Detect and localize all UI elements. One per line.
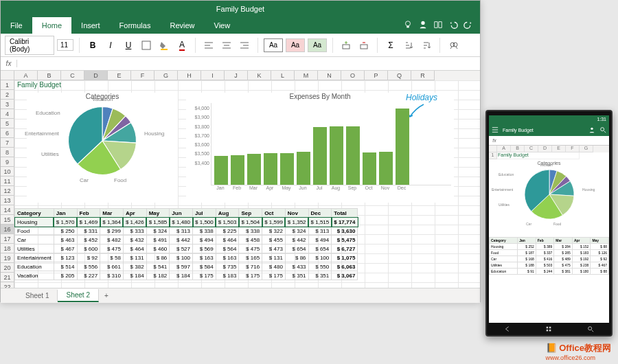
fill-color-button[interactable] — [157, 38, 172, 53]
phone-search-nav-icon[interactable] — [587, 323, 594, 335]
phone-cell-a1[interactable]: Family Budget — [497, 152, 580, 159]
cell-a1[interactable]: Family Budget — [16, 80, 62, 90]
row-header-12[interactable]: 12 — [1, 186, 14, 196]
row-header-20[interactable]: 20 — [1, 263, 14, 273]
select-all-corner[interactable] — [1, 71, 14, 80]
row-header-17[interactable]: 17 — [1, 234, 14, 244]
tab-review[interactable]: Review — [160, 17, 204, 34]
phone-pie-chart[interactable]: Vacation Education Entertainment Utiliti… — [492, 167, 606, 236]
table-header[interactable]: Total — [332, 209, 358, 218]
pie-chart[interactable]: Categories Vacation Education Entertainm… — [27, 93, 178, 203]
row-header-13[interactable]: 13 — [1, 196, 14, 205]
table-header[interactable]: Mar — [100, 209, 124, 218]
table-header[interactable]: Oct — [262, 209, 286, 218]
hamburger-icon[interactable] — [492, 126, 499, 134]
col-header-M[interactable]: M — [295, 71, 318, 80]
table-header[interactable]: Sep — [239, 209, 262, 218]
table-header[interactable]: Jan — [54, 209, 77, 218]
table-row[interactable]: Car$ 463$ 452$ 482$ 432$ 491$ 442$ 494$ … — [15, 236, 358, 244]
cell-style-2[interactable]: Aa — [286, 38, 305, 52]
col-header-H[interactable]: H — [178, 71, 201, 80]
row-header-1[interactable]: 1 — [1, 80, 14, 90]
align-left-button[interactable] — [201, 38, 216, 53]
sheet[interactable]: 12345678910111213141516171819202122 Fami… — [1, 80, 480, 288]
col-header-C[interactable]: C — [61, 71, 84, 80]
table-row[interactable]: Entertainment$ 123$ 92$ 58$ 131$ 86$ 100… — [15, 253, 358, 262]
table-header[interactable]: Category — [15, 209, 54, 218]
tab-insert[interactable]: Insert — [71, 17, 110, 34]
tab-view[interactable]: View — [205, 17, 240, 34]
col-header-K[interactable]: K — [248, 71, 271, 80]
table-header[interactable]: Aug — [216, 209, 239, 218]
table-row[interactable]: Education$ 514$ 556$ 661$ 382$ 541$ 597$… — [15, 262, 358, 271]
row-header-15[interactable]: 15 — [1, 215, 14, 225]
row-header-7[interactable]: 7 — [1, 138, 14, 148]
border-button[interactable] — [139, 38, 154, 53]
col-header-A[interactable]: A — [14, 71, 38, 80]
row-header-16[interactable]: 16 — [1, 225, 14, 234]
table-header[interactable]: May — [146, 209, 170, 218]
font-name-select[interactable]: Calibri (Body) — [5, 36, 54, 55]
lightbulb-icon[interactable] — [403, 20, 413, 31]
col-header-F[interactable]: F — [131, 71, 154, 80]
row-header-9[interactable]: 9 — [1, 157, 14, 167]
table-header[interactable]: Feb — [77, 209, 100, 218]
row-header-11[interactable]: 11 — [1, 177, 14, 186]
phone-table[interactable]: CategoryJanFebMarAprMayHousing$ 252$ 389… — [489, 237, 609, 275]
col-header-D[interactable]: D — [84, 71, 108, 80]
tab-home[interactable]: Home — [32, 17, 71, 34]
row-header-19[interactable]: 19 — [1, 253, 14, 263]
row-header-8[interactable]: 8 — [1, 148, 14, 157]
col-header-L[interactable]: L — [271, 71, 295, 80]
phone-share-icon[interactable] — [588, 126, 595, 134]
table-header[interactable]: Apr — [123, 209, 146, 218]
row-header-21[interactable]: 21 — [1, 273, 14, 282]
add-sheet-button[interactable]: + — [99, 292, 114, 299]
tab-file[interactable]: File — [1, 17, 32, 34]
sheet-tab-2[interactable]: Sheet 2 — [58, 289, 98, 302]
share-icon[interactable] — [418, 20, 428, 31]
sheet-tab-1[interactable]: Sheet 1 — [17, 290, 58, 302]
table-header[interactable]: Nov — [285, 209, 308, 218]
row-header-6[interactable]: 6 — [1, 128, 14, 138]
col-header-O[interactable]: O — [341, 71, 365, 80]
reading-icon[interactable] — [433, 20, 443, 31]
col-header-B[interactable]: B — [38, 71, 61, 80]
row-header-3[interactable]: 3 — [1, 100, 14, 109]
font-color-button[interactable]: A — [174, 38, 190, 53]
font-size-select[interactable]: 11 — [57, 39, 73, 51]
cell-style-3[interactable]: Aa — [308, 38, 327, 52]
table-header[interactable]: Jul — [193, 209, 216, 218]
table-row[interactable]: Food$ 250$ 331$ 299$ 333$ 324$ 313$ 338$… — [15, 227, 358, 236]
phone-home-icon[interactable] — [545, 323, 552, 335]
cell-style-1[interactable]: Aa — [264, 38, 283, 52]
bold-button[interactable]: B — [85, 38, 100, 53]
phone-formula-bar[interactable]: fx — [489, 136, 609, 146]
row-header-10[interactable]: 10 — [1, 167, 14, 177]
phone-back-icon[interactable] — [504, 323, 511, 335]
budget-table[interactable]: CategoryJanFebMarAprMayJunJulAugSepOctNo… — [14, 208, 358, 280]
row-header-4[interactable]: 4 — [1, 109, 14, 119]
bar-chart[interactable]: Expenses By Month Holidays JanFebMarAprM… — [186, 93, 454, 203]
delete-cells-button[interactable] — [356, 38, 371, 53]
italic-button[interactable]: I — [103, 38, 118, 53]
table-row[interactable]: Vacation$ 205$ 227$ 310$ 184$ 182$ 184$ … — [15, 271, 358, 280]
col-header-Q[interactable]: Q — [388, 71, 411, 80]
sort-asc-button[interactable] — [401, 38, 416, 53]
col-header-N[interactable]: N — [318, 71, 341, 80]
phone-search-icon[interactable] — [599, 126, 606, 134]
autosum-button[interactable]: Σ — [383, 38, 398, 53]
underline-button[interactable]: U — [121, 38, 136, 53]
table-header[interactable]: Jun — [170, 209, 193, 218]
col-header-R[interactable]: R — [411, 71, 435, 80]
col-header-J[interactable]: J — [225, 71, 248, 80]
insert-cells-button[interactable] — [339, 38, 354, 53]
row-header-14[interactable]: 14 — [1, 205, 14, 215]
table-header[interactable]: Dec — [308, 209, 332, 218]
fx-label[interactable]: fx — [1, 60, 17, 67]
row-header-22[interactable]: 22 — [1, 282, 14, 288]
redo-icon[interactable] — [464, 20, 473, 31]
sort-desc-button[interactable] — [419, 38, 434, 53]
tab-formulas[interactable]: Formulas — [110, 17, 161, 34]
col-header-I[interactable]: I — [201, 71, 225, 80]
